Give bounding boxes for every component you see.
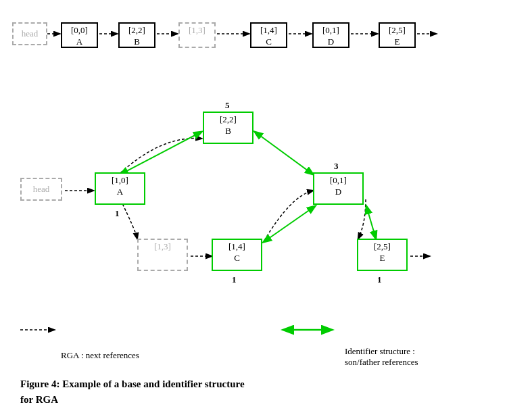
top-node-13: [1,3] xyxy=(178,22,216,48)
legend-id-label: Identifier structure : son/father refere… xyxy=(345,346,418,368)
label-01-above: 3 xyxy=(334,161,339,172)
main-10-bot: A xyxy=(100,187,140,198)
main-25-bot: E xyxy=(362,253,402,264)
top-node-22-top: [2,2] xyxy=(124,25,150,36)
top-head-node: head xyxy=(12,22,47,45)
top-node-25-bot: E xyxy=(384,36,410,48)
svg-line-11 xyxy=(255,132,313,174)
label-22: 5 xyxy=(225,100,230,111)
top-node-00-top: [0,0] xyxy=(66,25,93,36)
top-node-00: [0,0] A xyxy=(61,22,98,48)
label-14: 1 xyxy=(232,274,237,285)
main-01-top: [0,1] xyxy=(318,175,358,187)
main-25-top: [2,5] xyxy=(362,241,402,253)
caption-line2: for RGA xyxy=(20,392,245,408)
svg-line-13 xyxy=(366,206,376,239)
main-14-top: [1,4] xyxy=(217,241,257,253)
diagram: head [0,0] A [2,2] B [1,3] [1,4] C [0,1]… xyxy=(0,0,532,415)
caption-line1: Figure 4: Example of a base and identifi… xyxy=(20,376,245,392)
legend-rga-label: RGA : next references xyxy=(61,350,139,361)
top-node-14-top: [1,4] xyxy=(256,25,282,36)
top-node-14-bot: C xyxy=(256,36,282,48)
top-node-01: [0,1] D xyxy=(312,22,349,48)
legend-rga: RGA : next references xyxy=(61,350,139,361)
main-13d-top: [1,3] xyxy=(143,241,183,253)
top-node-01-bot: D xyxy=(318,36,344,48)
main-node-01: [0,1] D xyxy=(313,172,364,205)
label-25: 1 xyxy=(377,274,382,285)
figure-caption: Figure 4: Example of a base and identifi… xyxy=(20,376,245,407)
main-14-bot: C xyxy=(217,253,257,264)
main-node-10: [1,0] A xyxy=(95,172,145,205)
top-node-00-bot: A xyxy=(66,36,93,48)
top-node-13-top: [1,3] xyxy=(184,25,210,36)
top-node-22-bot: B xyxy=(124,36,150,48)
main-node-13d: [1,3] xyxy=(137,239,188,271)
main-01-bot: D xyxy=(318,187,358,198)
main-head-label: head xyxy=(33,184,50,195)
svg-line-12 xyxy=(264,206,315,242)
legend-id: Identifier structure : son/father refere… xyxy=(345,346,418,368)
main-22-bot: B xyxy=(208,126,248,137)
top-node-25: [2,5] E xyxy=(379,22,416,48)
top-head-label: head xyxy=(22,28,39,39)
main-22-top: [2,2] xyxy=(208,114,248,126)
main-node-22: [2,2] B xyxy=(203,112,253,144)
svg-line-10 xyxy=(120,132,201,174)
main-head-node: head xyxy=(20,178,62,201)
top-node-01-top: [0,1] xyxy=(318,25,344,36)
top-node-25-top: [2,5] xyxy=(384,25,410,36)
main-node-25: [2,5] E xyxy=(357,239,408,271)
main-10-top: [1,0] xyxy=(100,175,140,187)
label-10: 1 xyxy=(115,208,120,219)
top-node-22: [2,2] B xyxy=(118,22,155,48)
top-node-14: [1,4] C xyxy=(250,22,287,48)
main-node-14: [1,4] C xyxy=(212,239,262,271)
